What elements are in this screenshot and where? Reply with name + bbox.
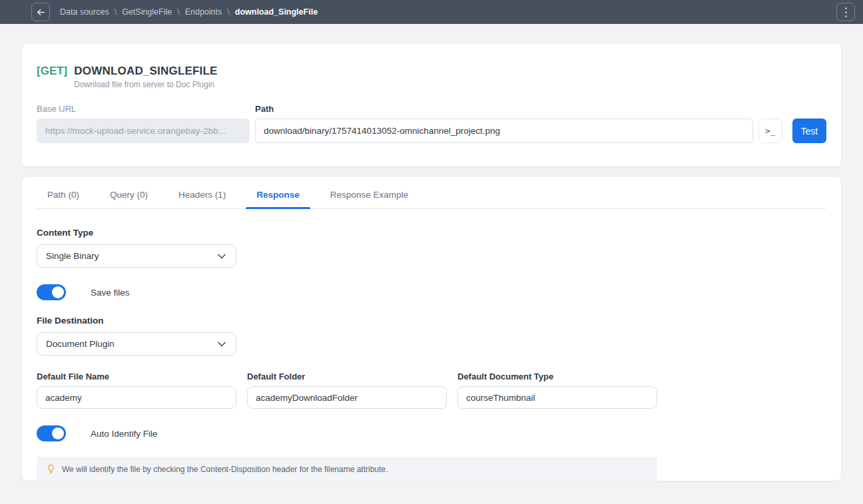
save-files-label: Save files [91,288,130,298]
base-url-label: Base URL [37,104,250,114]
breadcrumb: Data sources \ GetSingleFile \ Endpoints… [60,7,318,17]
content-type-select[interactable]: Single Binary [37,244,236,268]
content-type-label: Content Type [37,228,826,238]
content-type-value: Single Binary [46,251,99,261]
tab-headers[interactable]: Headers (1) [168,190,236,208]
tab-query[interactable]: Query (0) [99,190,158,208]
endpoint-subtitle: Download file from server to Doc Plugin [74,80,217,89]
arrow-left-icon [36,7,46,17]
endpoint-header-card: [GET] DOWNLOAD_SINGLEFILE Download file … [22,44,841,166]
chevron-down-icon [216,251,227,262]
tab-response[interactable]: Response [246,190,310,208]
test-button[interactable]: Test [792,119,826,143]
breadcrumb-current-endpoint: download_SingleFile [235,7,318,17]
tab-path[interactable]: Path (0) [37,190,90,208]
breadcrumb-endpoints[interactable]: Endpoints [185,7,222,17]
chevron-down-icon [216,339,227,350]
kebab-icon [845,7,847,9]
path-input[interactable] [255,119,753,143]
default-folder-label: Default Folder [247,372,447,381]
default-document-type-label: Default Document Type [457,372,657,381]
default-file-name-label: Default File Name [37,372,236,381]
console-button[interactable]: >_ [758,119,782,143]
back-button[interactable] [31,3,50,21]
top-navbar: Data sources \ GetSingleFile \ Endpoints… [0,0,863,24]
base-url-input [37,119,250,143]
file-destination-select[interactable]: Document Plugin [37,332,236,356]
breadcrumb-separator: \ [115,7,117,17]
breadcrumb-separator: \ [177,7,179,17]
info-banner: We will identify the file by checking th… [37,457,657,481]
http-method-badge: [GET] [37,64,67,78]
breadcrumb-separator: \ [227,7,229,17]
save-files-toggle[interactable] [37,284,66,300]
default-file-name-input[interactable] [37,386,236,409]
default-document-type-input[interactable] [457,386,657,409]
lightbulb-icon [46,464,56,474]
path-label: Path [255,104,753,114]
info-banner-text: We will identify the file by checking th… [62,465,388,474]
breadcrumb-data-sources[interactable]: Data sources [60,7,109,17]
breadcrumb-getsinglefile[interactable]: GetSingleFile [122,7,172,17]
tab-response-example[interactable]: Response Example [320,190,419,208]
auto-identify-file-toggle[interactable] [37,425,66,441]
terminal-icon: >_ [765,126,776,136]
file-destination-value: Document Plugin [46,339,115,349]
file-destination-label: File Destination [37,316,826,326]
more-options-button[interactable] [836,3,855,21]
config-tabs: Path (0) Query (0) Headers (1) Response … [37,190,826,209]
endpoint-config-card: Path (0) Query (0) Headers (1) Response … [22,177,841,481]
endpoint-title: DOWNLOAD_SINGLEFILE [74,64,217,78]
default-folder-input[interactable] [247,386,447,409]
auto-identify-file-label: Auto Identify File [91,429,158,439]
